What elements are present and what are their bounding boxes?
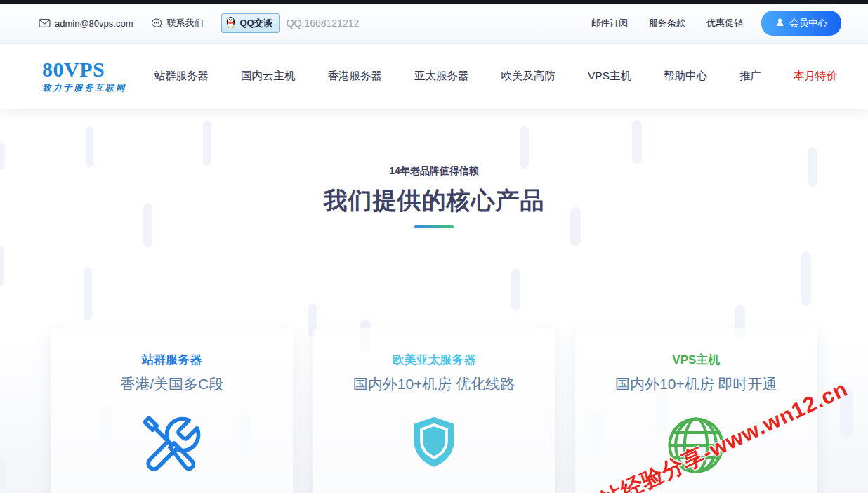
shield-icon xyxy=(313,414,555,473)
card-subtitle: 国内外10+机房 优化线路 xyxy=(313,374,555,394)
nav-item-guonei-cloud[interactable]: 国内云主机 xyxy=(241,69,296,84)
qq-chat-label: QQ交谈 xyxy=(239,17,272,29)
card-subtitle: 国内外10+机房 即时开通 xyxy=(575,374,817,394)
nav-item-vps[interactable]: VPS主机 xyxy=(588,69,631,84)
contact-text: 联系我们 xyxy=(166,17,203,29)
envelope-icon xyxy=(39,18,51,28)
decor-pill xyxy=(511,268,520,310)
card-subtitle: 香港/美国多C段 xyxy=(51,374,293,394)
topbar: admin@80vps.com 联系我们 xyxy=(0,4,868,44)
title-underline xyxy=(414,225,454,228)
page-title: 我们提供的核心产品 xyxy=(0,185,868,217)
decor-pill xyxy=(801,251,811,306)
member-center-button[interactable]: 会员中心 xyxy=(761,11,841,36)
nav-item-help[interactable]: 帮助中心 xyxy=(664,69,707,84)
card-title: 站群服务器 xyxy=(51,352,293,368)
card-zhanqun-server[interactable]: 站群服务器 香港/美国多C段 xyxy=(51,328,293,493)
user-icon xyxy=(775,18,784,29)
site-header: 80VPS 致力于服务互联网 站群服务器 国内云主机 香港服务器 亚太服务器 欧… xyxy=(0,44,868,109)
main-section: 14年老品牌值得信赖 我们提供的核心产品 站群服务器 香港/美国多C段 xyxy=(0,109,868,493)
email-link[interactable]: admin@80vps.com xyxy=(39,18,133,29)
logo-title: 80VPS xyxy=(42,59,126,80)
qq-penguin-icon xyxy=(225,16,236,30)
product-cards-row: 站群服务器 香港/美国多C段 欧美亚太服务器 国内外10+机房 优化线路 xyxy=(0,328,868,493)
nav-item-yatai[interactable]: 亚太服务器 xyxy=(414,69,469,84)
page: admin@80vps.com 联系我们 xyxy=(0,0,868,493)
card-title: 欧美亚太服务器 xyxy=(313,352,555,368)
main-nav: 站群服务器 国内云主机 香港服务器 亚太服务器 欧美及高防 VPS主机 帮助中心… xyxy=(154,69,837,84)
logo[interactable]: 80VPS 致力于服务互联网 xyxy=(42,59,126,94)
member-center-label: 会员中心 xyxy=(789,17,827,29)
link-terms[interactable]: 服务条款 xyxy=(649,17,685,29)
nav-item-monthly-special[interactable]: 本月特价 xyxy=(794,69,837,84)
link-promotions[interactable]: 优惠促销 xyxy=(706,17,743,29)
card-title: VPS主机 xyxy=(575,352,817,368)
decor-pill xyxy=(84,267,92,320)
logo-slogan: 致力于服务互联网 xyxy=(42,82,126,94)
qq-chat-button[interactable]: QQ交谈 xyxy=(221,13,279,33)
email-text: admin@80vps.com xyxy=(55,18,133,29)
nav-item-promote[interactable]: 推广 xyxy=(739,69,761,84)
nav-item-oumei[interactable]: 欧美及高防 xyxy=(501,69,555,84)
nav-item-hongkong[interactable]: 香港服务器 xyxy=(327,69,382,84)
contact-link[interactable]: 联系我们 xyxy=(151,17,203,29)
hero-eyebrow: 14年老品牌值得信赖 xyxy=(0,165,868,178)
decor-pill xyxy=(0,246,4,287)
tools-icon xyxy=(51,414,293,477)
card-oumei-yatai-server[interactable]: 欧美亚太服务器 国内外10+机房 优化线路 xyxy=(313,328,555,493)
chat-bubble-icon xyxy=(151,18,162,29)
nav-item-zhanqun[interactable]: 站群服务器 xyxy=(154,69,209,84)
link-mail-subscribe[interactable]: 邮件订阅 xyxy=(591,17,628,29)
hero-heading: 14年老品牌值得信赖 我们提供的核心产品 xyxy=(0,109,868,228)
qq-number: QQ:1668121212 xyxy=(287,18,360,29)
